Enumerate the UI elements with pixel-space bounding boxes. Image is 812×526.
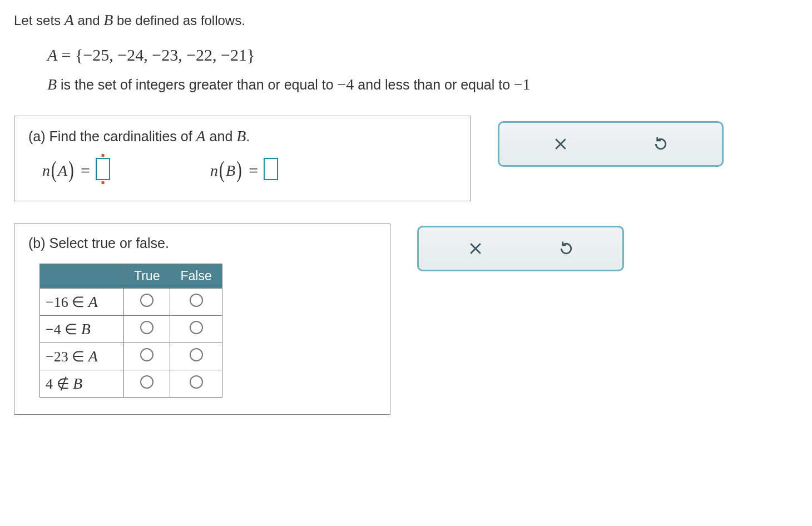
problem-intro: Let sets A and B be defined as follows. xyxy=(14,11,798,29)
reset-button[interactable] xyxy=(558,240,575,257)
arg-B: B xyxy=(226,162,235,180)
var-A: A xyxy=(65,11,74,28)
table-row: −4 ∈ B xyxy=(40,316,222,343)
row3-false-radio[interactable] xyxy=(190,348,203,361)
table-row: 4 ∉ B xyxy=(40,370,222,398)
statement-cell: 4 ∉ B xyxy=(40,370,124,398)
part-a-A: A xyxy=(196,127,206,145)
part-b-box: (b) Select true or false. True False −16… xyxy=(14,224,390,415)
close-icon xyxy=(552,136,569,152)
n-func-A: n xyxy=(42,162,50,180)
stmt-lhs: −4 xyxy=(46,321,61,338)
stmt-rhs: A xyxy=(88,293,98,310)
stmt-rel: ∈ xyxy=(72,294,85,310)
false-header: False xyxy=(170,264,222,289)
close-icon xyxy=(467,240,484,257)
part-b-label: (b) Select true or false. xyxy=(28,235,376,251)
stmt-rhs: B xyxy=(81,320,91,338)
set-A-symbol: A xyxy=(47,46,57,64)
row4-true-radio[interactable] xyxy=(140,375,154,389)
equals-sign: = xyxy=(62,46,75,64)
brace-close: } xyxy=(247,46,255,64)
part-a-label: (a) Find the cardinalities of A and B. xyxy=(28,127,457,145)
brace-open: { xyxy=(75,46,83,64)
n-func-B: n xyxy=(210,162,218,180)
statement-cell: −23 ∈ A xyxy=(40,343,124,370)
part-a-prefix: (a) Find the cardinalities of xyxy=(28,128,196,144)
set-A-definition: A = {−25, −24, −23, −22, −21} xyxy=(47,46,798,64)
stmt-rhs: B xyxy=(73,375,82,392)
row2-true-radio[interactable] xyxy=(140,321,154,334)
nA-answer-input[interactable] xyxy=(96,158,110,180)
n-of-B: n(B) = xyxy=(210,157,278,184)
part-a-mid: and xyxy=(206,128,237,144)
row1-true-radio[interactable] xyxy=(140,294,154,307)
intro-text-suffix: be defined as follows. xyxy=(113,13,245,28)
set-B-val2: −1 xyxy=(514,76,531,93)
set-definitions: A = {−25, −24, −23, −22, −21} B is the s… xyxy=(14,46,798,93)
stmt-lhs: 4 xyxy=(46,376,53,392)
stmt-lhs: −16 xyxy=(46,294,68,310)
part-a-controls xyxy=(498,121,724,167)
eq-sign: = xyxy=(249,161,258,180)
paren-close: ) xyxy=(68,156,74,183)
stmt-lhs: −23 xyxy=(46,349,68,365)
set-B-val1: −4 xyxy=(338,76,354,93)
table-row: −16 ∈ A xyxy=(40,289,222,316)
clear-button[interactable] xyxy=(467,240,484,257)
set-A-elements: −25, −24, −23, −22, −21 xyxy=(83,46,247,64)
set-B-symbol: B xyxy=(47,76,57,93)
row4-false-radio[interactable] xyxy=(190,375,203,389)
stmt-rel: ∉ xyxy=(57,376,70,392)
paren-open: ( xyxy=(219,156,225,183)
cardinality-inputs: n(A) = n(B) = xyxy=(28,157,457,184)
reset-button[interactable] xyxy=(652,136,669,152)
statement-cell: −16 ∈ A xyxy=(40,289,124,316)
paren-close: ) xyxy=(236,156,242,183)
n-of-A: n(A) = xyxy=(42,157,110,184)
arg-A: A xyxy=(58,162,67,180)
true-false-table: True False −16 ∈ A −4 ∈ B xyxy=(39,264,222,398)
paren-open: ( xyxy=(51,156,57,183)
nB-answer-input[interactable] xyxy=(264,158,278,180)
set-B-definition: B is the set of integers greater than or… xyxy=(47,76,798,93)
stmt-rel: ∈ xyxy=(72,349,85,365)
part-b-controls xyxy=(417,226,624,271)
part-a-box: (a) Find the cardinalities of A and B. n… xyxy=(14,116,471,201)
clear-button[interactable] xyxy=(552,136,569,152)
undo-icon xyxy=(652,136,669,152)
stmt-rel: ∈ xyxy=(65,321,77,338)
part-a-B: B xyxy=(236,127,246,145)
row1-false-radio[interactable] xyxy=(190,294,203,307)
part-a-row: (a) Find the cardinalities of A and B. n… xyxy=(14,116,798,201)
part-a-suffix: . xyxy=(246,128,250,144)
set-B-text2: and less than or equal to xyxy=(354,77,514,92)
blank-header xyxy=(40,264,124,289)
stmt-rhs: A xyxy=(88,348,98,365)
set-B-text1: is the set of integers greater than or e… xyxy=(57,77,337,92)
eq-sign: = xyxy=(81,161,90,180)
statement-cell: −4 ∈ B xyxy=(40,316,124,343)
intro-text-mid: and xyxy=(74,13,103,28)
table-header-row: True False xyxy=(40,264,222,289)
true-header: True xyxy=(124,264,170,289)
part-b-row: (b) Select true or false. True False −16… xyxy=(14,224,798,415)
undo-icon xyxy=(558,240,575,257)
row3-true-radio[interactable] xyxy=(140,348,154,361)
row2-false-radio[interactable] xyxy=(190,321,203,334)
intro-text-prefix: Let sets xyxy=(14,13,65,28)
table-row: −23 ∈ A xyxy=(40,343,222,370)
var-B: B xyxy=(103,11,113,28)
